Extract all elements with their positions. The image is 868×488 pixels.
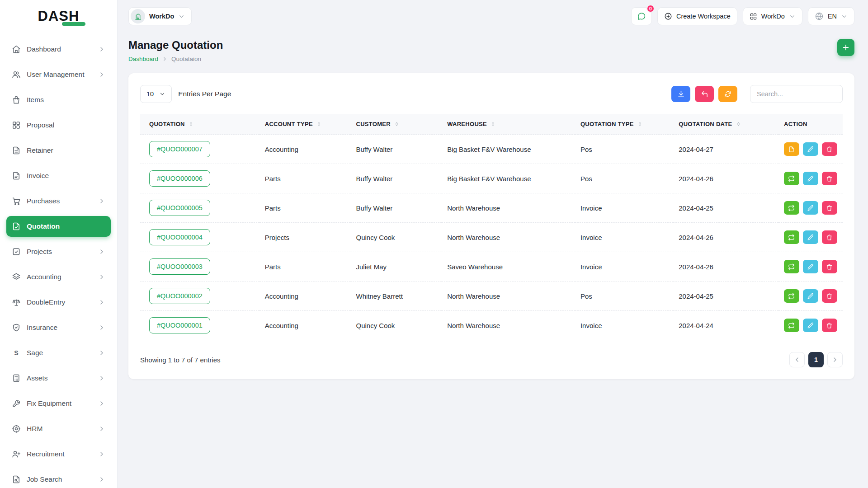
- column-header-warehouse[interactable]: WAREHOUSE: [442, 114, 575, 135]
- topbar: WorkDo 0 Create Workspace WorkDo: [118, 0, 868, 33]
- edit-button[interactable]: [803, 142, 818, 156]
- quotation-number-link[interactable]: #QUOO000003: [149, 258, 210, 275]
- cell-customer: Juliet May: [350, 252, 442, 282]
- sidebar-item-assets[interactable]: Assets: [6, 368, 111, 389]
- sidebar-item-label: HRM: [27, 425, 42, 433]
- refresh-icon: [724, 90, 731, 98]
- assets-icon: [12, 374, 21, 383]
- sidebar-item-projects[interactable]: Projects: [6, 241, 111, 262]
- sidebar-item-job-search[interactable]: Job Search: [6, 469, 111, 488]
- cell-customer: Whitney Barrett: [350, 282, 442, 311]
- column-header-quotation-date[interactable]: QUOTATION DATE: [673, 114, 778, 135]
- recruitment-icon: [12, 450, 21, 459]
- edit-button[interactable]: [803, 230, 818, 244]
- cell-quotation-type: Invoice: [575, 193, 673, 223]
- previous-page-button[interactable]: [789, 352, 805, 367]
- edit-icon: [807, 234, 814, 241]
- chevron-right-icon: [98, 197, 105, 205]
- quotation-number-link[interactable]: #QUOO000006: [149, 170, 210, 187]
- quotation-number-link[interactable]: #QUOO000005: [149, 200, 210, 216]
- sidebar-item-proposal[interactable]: Proposal: [6, 115, 111, 136]
- sidebar-item-label: Invoice: [27, 172, 49, 180]
- cell-account-type: Parts: [259, 164, 351, 193]
- convert-icon: [788, 263, 795, 270]
- duplicate-button[interactable]: [784, 142, 799, 156]
- quotation-number-link[interactable]: #QUOO000007: [149, 141, 210, 157]
- refresh-button[interactable]: [718, 86, 737, 102]
- delete-button[interactable]: [822, 319, 837, 332]
- column-header-account-type[interactable]: ACCOUNT TYPE: [259, 114, 351, 135]
- edit-button[interactable]: [803, 172, 818, 185]
- sidebar-item-fix-equipment[interactable]: Fix Equipment: [6, 393, 111, 414]
- sidebar-item-quotation[interactable]: Quotation: [6, 216, 111, 237]
- cell-warehouse: North Warehouse: [442, 223, 575, 252]
- messages-button[interactable]: 0: [631, 7, 652, 25]
- sidebar-item-recruitment[interactable]: Recruitment: [6, 444, 111, 465]
- sidebar-item-sage[interactable]: Sage: [6, 343, 111, 363]
- chevron-down-icon: [841, 13, 848, 20]
- delete-button[interactable]: [822, 201, 837, 215]
- items-icon: [12, 95, 21, 104]
- column-header-customer[interactable]: CUSTOMER: [350, 114, 442, 135]
- sidebar-item-hrm[interactable]: HRM: [6, 418, 111, 439]
- home-icon: [12, 45, 21, 54]
- sidebar-item-items[interactable]: Items: [6, 89, 111, 110]
- workspace-switcher[interactable]: WorkDo: [128, 7, 192, 25]
- sidebar-item-label: Job Search: [27, 475, 62, 483]
- delete-button[interactable]: [822, 172, 837, 185]
- search-input[interactable]: [750, 85, 843, 103]
- convert-button[interactable]: [784, 201, 799, 215]
- sidebar-item-user-management[interactable]: User Management: [6, 64, 111, 85]
- sidebar-item-label: User Management: [27, 70, 85, 79]
- toolbar-actions: [671, 85, 843, 103]
- cell-account-type: Accounting: [259, 311, 351, 340]
- next-page-button[interactable]: [827, 352, 843, 367]
- row-actions: [784, 142, 837, 156]
- convert-button[interactable]: [784, 289, 799, 303]
- convert-button[interactable]: [784, 260, 799, 273]
- hrm-icon: [12, 424, 21, 433]
- entries-per-page-select[interactable]: 10: [140, 85, 172, 103]
- column-header-quotation[interactable]: QUOTATION: [140, 114, 259, 135]
- sidebar-item-insurance[interactable]: Insurance: [6, 317, 111, 338]
- undo-button[interactable]: [695, 86, 714, 102]
- apps-menu-button[interactable]: WorkDo: [743, 7, 802, 25]
- breadcrumb-dashboard-link[interactable]: Dashboard: [128, 56, 158, 62]
- quotation-number-link[interactable]: #QUOO000004: [149, 229, 210, 245]
- page-number-button[interactable]: 1: [808, 352, 824, 367]
- edit-button[interactable]: [803, 201, 818, 215]
- delete-button[interactable]: [822, 289, 837, 303]
- quotation-number-link[interactable]: #QUOO000001: [149, 317, 210, 333]
- edit-button[interactable]: [803, 260, 818, 273]
- edit-button[interactable]: [803, 289, 818, 303]
- create-workspace-button[interactable]: Create Workspace: [657, 7, 737, 25]
- chevron-right-icon: [98, 46, 105, 53]
- main-area: WorkDo 0 Create Workspace WorkDo: [118, 0, 868, 488]
- sidebar-item-retainer[interactable]: Retainer: [6, 140, 111, 161]
- chevron-right-icon: [98, 299, 105, 306]
- delete-button[interactable]: [822, 230, 837, 244]
- delete-button[interactable]: [822, 142, 837, 156]
- column-header-quotation-type[interactable]: QUOTATION TYPE: [575, 114, 673, 135]
- language-selector[interactable]: EN: [808, 7, 854, 25]
- sidebar-item-doubleentry[interactable]: DoubleEntry: [6, 292, 111, 313]
- convert-button[interactable]: [784, 319, 799, 332]
- sidebar-item-dashboard[interactable]: Dashboard: [6, 39, 111, 60]
- logo[interactable]: DASH: [0, 0, 117, 33]
- doubleentry-icon: [12, 298, 21, 307]
- convert-button[interactable]: [784, 230, 799, 244]
- create-quotation-button[interactable]: [837, 39, 854, 56]
- sort-icon: [316, 121, 322, 127]
- convert-button[interactable]: [784, 172, 799, 185]
- cell-warehouse: Big Basket F&V Warehouse: [442, 164, 575, 193]
- cell-quotation-date: 2024-04-26: [673, 252, 778, 282]
- delete-button[interactable]: [822, 260, 837, 273]
- quotation-number-link[interactable]: #QUOO000002: [149, 288, 210, 304]
- sidebar-item-purchases[interactable]: Purchases: [6, 191, 111, 211]
- sidebar-item-invoice[interactable]: Invoice: [6, 165, 111, 186]
- export-button[interactable]: [671, 86, 690, 102]
- edit-button[interactable]: [803, 319, 818, 332]
- table-row: #QUOO000006 Parts Buffy Walter Big Baske…: [140, 164, 843, 193]
- sidebar-item-accounting[interactable]: Accounting: [6, 267, 111, 287]
- sidebar-item-label: Insurance: [27, 324, 57, 332]
